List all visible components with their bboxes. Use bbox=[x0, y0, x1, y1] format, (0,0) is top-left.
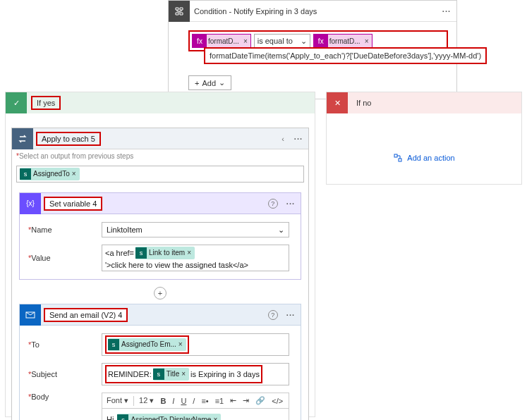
apply-to-each-title: Apply to each 5 bbox=[36, 132, 101, 146]
right-expression[interactable]: fx formatD... × bbox=[313, 34, 372, 48]
more-menu[interactable]: ··· bbox=[281, 199, 301, 208]
displayname-pill[interactable]: s AssignedTo DisplayName × bbox=[117, 414, 221, 420]
more-menu[interactable]: ··· bbox=[289, 135, 308, 143]
apply-to-each-header[interactable]: Apply to each 5 ‹ ··· bbox=[12, 128, 308, 149]
variable-name-select[interactable]: LinktoItem ⌄ bbox=[102, 222, 289, 237]
expression-tooltip: formatDateTime(items('Apply_to_each')?['… bbox=[204, 47, 487, 64]
font-dropdown[interactable]: Font ▾ bbox=[105, 395, 130, 406]
assignedto-email-pill[interactable]: s AssignedTo Em... × bbox=[108, 338, 186, 351]
variable-value-input[interactable]: <a href= s Link to item × '>click here t… bbox=[102, 245, 289, 271]
bullet-list-button[interactable]: ≡• bbox=[200, 396, 210, 406]
help-icon[interactable]: ? bbox=[268, 310, 278, 320]
remove-pill[interactable]: × bbox=[211, 414, 219, 420]
check-icon: ✓ bbox=[6, 92, 27, 113]
sharepoint-icon: s bbox=[20, 168, 31, 180]
clear-format-button[interactable]: / bbox=[191, 396, 196, 406]
if-yes-label: If yes bbox=[31, 96, 61, 110]
fx-icon: fx bbox=[314, 34, 328, 48]
indent-button[interactable]: ⇥ bbox=[241, 395, 250, 406]
chevron-down-icon: ⌄ bbox=[278, 226, 284, 235]
add-action-icon bbox=[393, 153, 403, 163]
italic-button[interactable]: I bbox=[171, 396, 176, 406]
fontsize-dropdown[interactable]: 12 ▾ bbox=[138, 395, 155, 406]
remove-left-expr[interactable]: × bbox=[243, 37, 248, 45]
more-menu[interactable]: ··· bbox=[437, 7, 456, 16]
rich-toolbar: Font ▾ 12 ▾ B I U / ≡• ≡1 ⇤ ⇥ bbox=[102, 393, 289, 408]
number-list-button[interactable]: ≡1 bbox=[214, 396, 226, 406]
sharepoint-icon: s bbox=[135, 247, 147, 259]
branch-icon bbox=[169, 1, 190, 22]
loop-icon bbox=[12, 128, 33, 149]
title-pill[interactable]: s Title × bbox=[153, 368, 189, 381]
help-icon[interactable]: ? bbox=[268, 199, 278, 209]
operator-dropdown[interactable]: is equal to ⌄ bbox=[254, 34, 310, 48]
variable-icon: {x} bbox=[20, 193, 41, 214]
remove-pill[interactable]: × bbox=[176, 338, 185, 351]
send-email-card: Send an email (V2) 4 ? ··· *To s Assigne… bbox=[19, 304, 301, 420]
insert-step-button[interactable]: + bbox=[154, 287, 166, 299]
assignedto-pill[interactable]: s AssignedTo × bbox=[20, 168, 80, 180]
remove-pill[interactable]: × bbox=[70, 168, 78, 180]
sharepoint-icon: s bbox=[153, 369, 164, 380]
remove-right-expr[interactable]: × bbox=[365, 37, 369, 45]
outdent-button[interactable]: ⇤ bbox=[229, 395, 238, 406]
output-field[interactable]: s AssignedTo × bbox=[16, 166, 304, 183]
sharepoint-icon: s bbox=[117, 414, 128, 420]
condition-card: Condition - Notify Expiring in 3 days ··… bbox=[168, 0, 457, 99]
cross-icon: ✕ bbox=[327, 92, 348, 113]
send-email-title: Send an email (V2) 4 bbox=[44, 308, 128, 322]
code-view-button[interactable]: </> bbox=[270, 396, 284, 406]
sharepoint-icon: s bbox=[108, 339, 119, 350]
svg-rect-1 bbox=[394, 154, 397, 157]
email-subject-input[interactable]: REMINDER: s Title × is Expiring in 3 day… bbox=[102, 363, 289, 385]
email-to-input[interactable]: s AssignedTo Em... × bbox=[102, 333, 289, 356]
chevron-down-icon: ⌄ bbox=[219, 78, 225, 87]
if-yes-header: ✓ If yes bbox=[6, 92, 315, 113]
remove-pill[interactable]: × bbox=[179, 368, 188, 381]
fx-icon: fx bbox=[193, 34, 207, 48]
svg-rect-2 bbox=[399, 159, 401, 161]
set-variable-title: Set variable 4 bbox=[44, 197, 102, 211]
link-button[interactable]: 🔗 bbox=[254, 395, 267, 406]
plus-icon: + bbox=[195, 79, 199, 87]
email-body-editor[interactable]: Hi s AssignedTo DisplayName × , The task… bbox=[102, 408, 289, 420]
underline-button[interactable]: U bbox=[179, 396, 188, 406]
linktoitem-pill[interactable]: s Link to item × bbox=[135, 247, 195, 259]
collapse-arrow[interactable]: ‹ bbox=[277, 135, 289, 143]
if-no-label: If no bbox=[352, 97, 375, 109]
more-menu[interactable]: ··· bbox=[281, 311, 301, 319]
add-condition-button[interactable]: + Add ⌄ bbox=[188, 75, 231, 90]
condition-header[interactable]: Condition - Notify Expiring in 3 days ··… bbox=[169, 1, 456, 22]
send-email-header[interactable]: Send an email (V2) 4 ? ··· bbox=[20, 304, 301, 326]
condition-title: Condition - Notify Expiring in 3 days bbox=[190, 7, 437, 16]
bold-button[interactable]: B bbox=[159, 396, 167, 406]
add-action-button[interactable]: Add an action bbox=[327, 153, 521, 163]
set-variable-header[interactable]: {x} Set variable 4 ? ··· bbox=[20, 193, 301, 214]
remove-pill[interactable]: × bbox=[185, 247, 193, 259]
chevron-down-icon: ⌄ bbox=[301, 37, 307, 46]
if-no-branch: ✕ If no Add an action bbox=[326, 92, 522, 185]
set-variable-card: {x} Set variable 4 ? ··· *Name LinktoIte… bbox=[19, 192, 301, 280]
if-yes-branch: ✓ If yes Apply to each 5 ‹ ··· *Select a… bbox=[5, 92, 315, 417]
left-expression[interactable]: fx formatD... × bbox=[192, 34, 251, 48]
apply-to-each-card: Apply to each 5 ‹ ··· *Select an output … bbox=[11, 128, 309, 420]
outlook-icon bbox=[20, 304, 41, 326]
if-no-header: ✕ If no bbox=[327, 92, 521, 113]
